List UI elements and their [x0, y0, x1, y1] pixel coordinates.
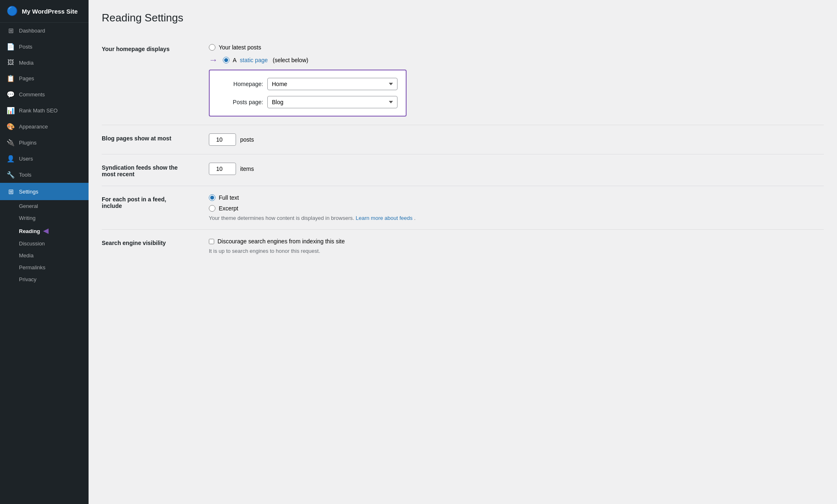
static-page-box: Homepage: Home Posts page: Blog	[209, 70, 407, 117]
excerpt-radio[interactable]	[209, 205, 215, 212]
blog-pages-label: Blog pages show at most	[102, 133, 209, 142]
syndication-label: Syndication feeds show the most recent	[102, 163, 209, 177]
static-page-arrow: →	[209, 55, 218, 65]
static-option-text: A	[233, 57, 236, 63]
appearance-icon: 🎨	[7, 123, 15, 131]
homepage-radio-group: Your latest posts → A static page (selec…	[209, 44, 824, 65]
feed-content-radio-group: Full text Excerpt	[209, 194, 824, 212]
sidebar-logo: 🔵 My WordPress Site	[0, 0, 89, 23]
sidebar-item-users[interactable]: 👤 Users	[0, 151, 89, 167]
sidebar-item-tools[interactable]: 🔧 Tools	[0, 167, 89, 183]
users-icon: 👤	[7, 155, 15, 163]
discourage-search-option[interactable]: Discourage search engines from indexing …	[209, 238, 824, 245]
full-text-option[interactable]: Full text	[209, 194, 824, 201]
plugins-icon: 🔌	[7, 139, 15, 147]
posts-page-select-label: Posts page:	[218, 99, 263, 105]
sidebar-sub-item-media[interactable]: Media	[0, 250, 89, 261]
homepage-displays-row: Your homepage displays Your latest posts…	[102, 36, 824, 125]
search-engine-label: Search engine visibility	[102, 238, 209, 246]
blog-pages-suffix: posts	[240, 136, 254, 143]
syndication-input[interactable]	[209, 163, 236, 175]
feed-content-row: For each post in a feed, include Full te…	[102, 186, 824, 230]
tools-icon: 🔧	[7, 171, 15, 179]
posts-icon: 📄	[7, 43, 15, 51]
search-engine-helper: It is up to search engines to honor this…	[209, 248, 824, 254]
static-page-link[interactable]: static page	[240, 57, 268, 63]
sidebar-item-plugins[interactable]: 🔌 Plugins	[0, 135, 89, 151]
blog-pages-input-row: posts	[209, 133, 824, 146]
feed-content-label: For each post in a feed, include	[102, 194, 209, 209]
blog-pages-input[interactable]	[209, 133, 236, 146]
excerpt-label: Excerpt	[219, 205, 238, 212]
sidebar-item-rankmath[interactable]: 📊 Rank Math SEO	[0, 103, 89, 119]
latest-posts-radio[interactable]	[209, 44, 215, 51]
sidebar-sub-item-reading[interactable]: Reading ◀	[0, 224, 89, 238]
syndication-suffix: items	[240, 166, 254, 172]
blog-pages-control: posts	[209, 133, 824, 146]
sidebar-item-posts[interactable]: 📄 Posts	[0, 39, 89, 55]
settings-icon: ⊞	[7, 188, 15, 196]
excerpt-option[interactable]: Excerpt	[209, 205, 824, 212]
sidebar-sub-item-discussion[interactable]: Discussion	[0, 238, 89, 250]
sidebar-item-dashboard[interactable]: ⊞ Dashboard	[0, 23, 89, 39]
homepage-displays-control: Your latest posts → A static page (selec…	[209, 44, 824, 117]
latest-posts-option[interactable]: Your latest posts	[209, 44, 824, 51]
syndication-input-row: items	[209, 163, 824, 175]
sidebar-sub-item-privacy[interactable]: Privacy	[0, 273, 89, 285]
feed-content-helper: Your theme determines how content is dis…	[209, 215, 824, 221]
learn-more-feeds-link[interactable]: Learn more about feeds	[355, 215, 414, 221]
blog-pages-row: Blog pages show at most posts	[102, 125, 824, 154]
sidebar-item-media[interactable]: 🖼 Media	[0, 55, 89, 70]
settings-active-arrow: ◀	[76, 187, 82, 196]
sidebar-item-comments[interactable]: 💬 Comments	[0, 86, 89, 103]
static-page-radio[interactable]	[223, 57, 229, 63]
homepage-displays-label: Your homepage displays	[102, 44, 209, 52]
search-engine-control: Discourage search engines from indexing …	[209, 238, 824, 254]
media-icon: 🖼	[7, 59, 15, 66]
full-text-radio[interactable]	[209, 194, 215, 201]
sidebar-sub-item-general[interactable]: General	[0, 200, 89, 212]
comments-icon: 💬	[7, 91, 15, 98]
sidebar-item-appearance[interactable]: 🎨 Appearance	[0, 119, 89, 135]
pages-icon: 📋	[7, 75, 15, 82]
wp-logo-icon: 🔵	[7, 6, 18, 16]
sidebar-site-name: My WordPress Site	[22, 8, 78, 15]
sidebar-sub-item-writing[interactable]: Writing	[0, 212, 89, 224]
sidebar-item-pages[interactable]: 📋 Pages	[0, 70, 89, 86]
posts-page-select[interactable]: Blog	[267, 96, 397, 108]
homepage-select-row: Homepage: Home	[218, 78, 397, 90]
reading-arrow-annotation: ◀	[43, 227, 48, 235]
full-text-label: Full text	[219, 194, 239, 201]
syndication-control: items	[209, 163, 824, 175]
sidebar-sub-item-permalinks[interactable]: Permalinks	[0, 261, 89, 273]
sidebar: 🔵 My WordPress Site ⊞ Dashboard 📄 Posts …	[0, 0, 89, 504]
discourage-search-checkbox[interactable]	[209, 239, 214, 244]
main-content: Reading Settings Your homepage displays …	[89, 0, 837, 504]
feed-content-control: Full text Excerpt Your theme determines …	[209, 194, 824, 221]
dashboard-icon: ⊞	[7, 27, 15, 35]
page-title: Reading Settings	[102, 12, 824, 24]
syndication-row: Syndication feeds show the most recent i…	[102, 154, 824, 186]
homepage-select[interactable]: Home	[267, 78, 397, 90]
homepage-select-label: Homepage:	[218, 81, 263, 87]
sidebar-item-settings[interactable]: ⊞ Settings ◀	[0, 183, 89, 200]
discourage-search-label: Discourage search engines from indexing …	[217, 238, 345, 245]
static-page-option[interactable]: → A static page (select below)	[209, 55, 824, 65]
search-engine-row: Search engine visibility Discourage sear…	[102, 230, 824, 262]
latest-posts-label: Your latest posts	[219, 44, 261, 51]
rankmath-icon: 📊	[7, 107, 15, 114]
static-page-suffix: (select below)	[273, 57, 308, 63]
posts-page-select-row: Posts page: Blog	[218, 96, 397, 108]
